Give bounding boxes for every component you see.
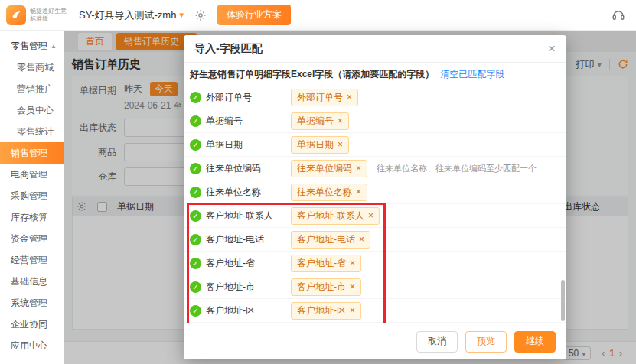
check-circle-icon: ✓ [190,163,201,174]
check-circle-icon: ✓ [190,187,201,198]
field-label: 外部订单号 [206,91,252,104]
sidebar: 零售管理▲ 零售商城 营销推广 会员中心 零售统计 销售管理 电商管理 采购管理… [0,31,64,364]
field-label: 客户地址-区 [206,304,255,317]
tag-close-icon[interactable]: × [356,163,361,174]
check-circle-icon: ✓ [190,115,201,127]
tag-close-icon[interactable]: × [350,258,355,268]
cancel-button[interactable]: 取消 [416,331,458,353]
sidebar-item-basic-info[interactable]: 基础信息 [0,271,64,292]
tag-close-icon[interactable]: × [338,139,343,150]
modal-scrollbar-thumb[interactable] [561,280,565,321]
account-dropdown-caret-icon[interactable]: ▾ [179,10,184,20]
field-label: 单据日期 [206,138,243,151]
excel-field-tag[interactable]: 往来单位名称× [291,184,367,201]
check-circle-icon: ✓ [190,258,201,269]
field-row: ✓客户地址-电话 客户地址-电话× [184,228,566,252]
modal-title: 导入-字段匹配 [194,42,548,56]
right-column-header: Excel字段（请添加要匹配的字段） [291,68,434,81]
sidebar-item-purchase-management[interactable]: 采购管理 [0,185,64,206]
tag-close-icon[interactable]: × [350,305,355,316]
excel-field-tag[interactable]: 客户地址-联系人× [291,207,380,225]
sidebar-item-member-center[interactable]: 会员中心 [0,99,64,121]
brand-edition: 标准版 [30,15,67,23]
excel-field-tag[interactable]: 往来单位编码× [291,160,367,177]
field-row: ✓往来单位编码 往来单位编码× 往来单位名称、往来单位编码至少匹配一个 [184,157,566,180]
field-row: ✓往来单位名称 往来单位名称× [184,180,566,204]
sidebar-item-label: 零售管理 [11,41,47,51]
check-circle-icon: ✓ [190,210,201,222]
field-match-list: ✓外部订单号 外部订单号× ✓单据编号 单据编号× ✓单据日期 单据日期× ✓往… [184,86,566,323]
check-circle-icon: ✓ [190,92,201,103]
tag-close-icon[interactable]: × [356,187,361,197]
excel-field-tag[interactable]: 单据编号× [291,112,349,130]
topbar: 畅捷通好生意 标准版 SY-灯具导入测试-zmh ▾ 体验行业方案 [0,0,636,31]
left-column-header: 好生意销售订单明细字段 [190,68,291,81]
brand-logo-icon [6,5,26,25]
tag-close-icon[interactable]: × [338,115,343,126]
sidebar-item-funds-management[interactable]: 资金管理 [0,228,64,249]
field-row: ✓外部订单号 外部订单号× [184,86,566,109]
sidebar-item-retail-stats[interactable]: 零售统计 [0,121,64,142]
excel-field-tag[interactable]: 单据日期× [291,136,349,154]
field-label: 往来单位名称 [206,186,261,199]
try-industry-solution-button[interactable]: 体验行业方案 [217,5,291,25]
excel-field-tag[interactable]: 客户地址-市× [291,278,361,296]
tag-close-icon[interactable]: × [359,234,364,245]
sidebar-item-retail-mall[interactable]: 零售商城 [0,57,64,78]
check-circle-icon: ✓ [190,281,201,293]
sidebar-item-sales-management[interactable]: 销售管理 [0,142,64,164]
sidebar-item-inventory-accounting[interactable]: 库存核算 [0,206,64,228]
modal-column-headers: 好生意销售订单明细字段 Excel字段（请添加要匹配的字段） 清空已匹配字段 [184,63,566,86]
sidebar-item-business-management[interactable]: 经营管理 [0,249,64,271]
excel-field-tag[interactable]: 客户地址-区× [291,302,361,320]
field-row: ✓客户地址-省 客户地址-省× [184,252,566,275]
check-circle-icon: ✓ [190,234,201,245]
brand-name: 畅捷通好生意 [30,8,67,15]
modal-close-icon[interactable]: × [548,42,556,55]
field-row: ✓单据编号 单据编号× [184,109,566,133]
field-label: 往来单位编码 [206,162,261,175]
sidebar-item-enterprise-collab[interactable]: 企业协同 [0,314,64,335]
account-name[interactable]: SY-灯具导入测试-zmh [79,8,176,22]
app-window: 畅捷通好生意 标准版 SY-灯具导入测试-zmh ▾ 体验行业方案 零售管理▲ … [0,0,636,364]
field-row: ✓客户地址-联系人 客户地址-联系人× [184,204,566,228]
field-label: 客户地址-省 [206,257,255,270]
sidebar-item-app-center[interactable]: 应用中心 [0,335,64,356]
excel-field-tag[interactable]: 客户地址-省× [291,255,361,272]
sidebar-item-ecommerce-management[interactable]: 电商管理 [0,164,64,185]
sidebar-item-retail-management[interactable]: 零售管理▲ [0,35,64,57]
tag-close-icon[interactable]: × [350,281,355,292]
field-label: 单据编号 [206,115,243,128]
support-headset-icon[interactable] [612,8,625,22]
field-label: 客户地址-市 [206,281,255,294]
check-circle-icon: ✓ [190,139,201,151]
tag-close-icon[interactable]: × [368,210,373,221]
clear-matched-fields-link[interactable]: 清空已匹配字段 [440,68,504,81]
chevron-up-icon: ▲ [51,43,57,50]
import-field-matching-modal: 导入-字段匹配 × 好生意销售订单明细字段 Excel字段（请添加要匹配的字段）… [184,35,566,359]
check-circle-icon: ✓ [190,305,201,317]
sidebar-item-marketing-promotion[interactable]: 营销推广 [0,78,64,99]
continue-button[interactable]: 继续 [514,331,556,353]
field-label: 客户地址-电话 [206,233,264,246]
excel-field-tag[interactable]: 外部订单号× [291,89,358,106]
sidebar-item-system-management[interactable]: 系统管理 [0,292,64,314]
brand-text: 畅捷通好生意 标准版 [30,8,67,23]
excel-field-tag[interactable]: 客户地址-电话× [291,231,370,249]
tag-close-icon[interactable]: × [347,92,352,102]
match-requirement-hint: 往来单位名称、往来单位编码至少匹配一个 [377,163,537,174]
field-row: ✓单据日期 单据日期× [184,133,566,157]
modal-footer: 取消 预览 继续 [184,323,566,359]
settings-gear-icon[interactable] [194,9,207,21]
field-label: 客户地址-联系人 [206,210,273,223]
preview-button[interactable]: 预览 [465,331,507,353]
modal-title-bar: 导入-字段匹配 × [184,35,566,63]
field-row: ✓客户地址-市 客户地址-市× [184,275,566,299]
field-row: ✓客户地址-区 客户地址-区× [184,299,566,323]
